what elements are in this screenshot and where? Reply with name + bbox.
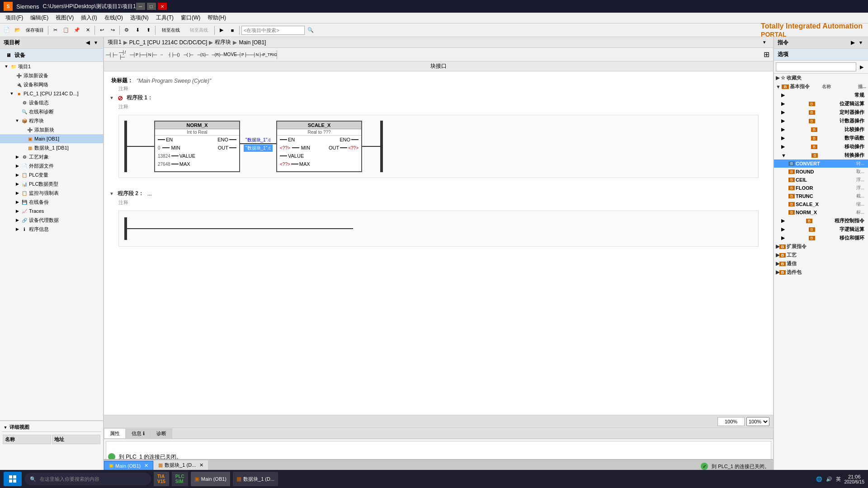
instr-item-round[interactable]: B ROUND 取...	[774, 168, 868, 176]
detail-collapse-arrow[interactable]: ▼	[3, 425, 8, 430]
paste-button[interactable]: 📌	[72, 25, 82, 35]
start-button[interactable]: ▶	[217, 25, 226, 35]
taskbar-db1[interactable]: ▦ 数据块_1 (D...	[233, 472, 278, 486]
lad-move-button[interactable]: MOVE	[225, 50, 235, 60]
instr-item-shift-rotate[interactable]: ▶ B 移位和循环	[774, 234, 868, 242]
redo-button[interactable]: ↪	[108, 25, 118, 35]
project-search-input[interactable]	[241, 26, 305, 35]
tree-item-traces[interactable]: ▶ 📈 Traces	[0, 206, 103, 216]
lad-set-coil-button[interactable]: ─(S)─	[196, 50, 210, 60]
menu-help[interactable]: 帮助(H)	[204, 13, 230, 23]
tree-item-add-block[interactable]: ▶ ➕ 添加新块	[0, 125, 103, 134]
instr-item-prog-ctrl[interactable]: ▶ B 程序控制指令	[774, 216, 868, 225]
category-extended-header[interactable]: ▶ B 扩展指令	[774, 242, 868, 251]
undo-button[interactable]: ↩	[97, 25, 107, 35]
menu-insert[interactable]: 插入(I)	[77, 13, 100, 23]
start-button[interactable]	[4, 472, 22, 486]
maximize-button[interactable]: □	[147, 3, 156, 10]
category-comm-header[interactable]: ▶ B 通信	[774, 259, 868, 268]
instr-item-compare[interactable]: ▶ B 比较操作	[774, 125, 868, 134]
tree-item-monitor[interactable]: ▶ 📋 监控与强制表	[0, 188, 103, 197]
instr-item-timer[interactable]: ▶ B 定时器操作	[774, 108, 868, 117]
tree-item-add-device[interactable]: ▶ ➕ 添加新设备	[0, 71, 103, 80]
tree-item-db1[interactable]: ▶ ▦ 数据块_1 [DB1]	[0, 143, 103, 152]
expand-arrow[interactable]: ▼	[4, 64, 9, 69]
instr-item-convert[interactable]: ▼ B 转换操作	[774, 151, 868, 160]
category-comm[interactable]: ▶ B 通信	[774, 259, 868, 268]
editor-options-button[interactable]: ▾	[760, 38, 769, 47]
lad-contact-no-button[interactable]: ─┤├─	[106, 50, 118, 60]
tree-item-tech-objects[interactable]: ▶ ⚙ 工艺对象	[0, 152, 103, 161]
category-favorites-header[interactable]: ▶ ☆ 收藏夹	[774, 74, 868, 82]
go-online-button[interactable]: 转至在线	[157, 25, 184, 35]
instr-item-trunc[interactable]: B TRUNC 截...	[774, 192, 868, 200]
taskbar-main-ob1[interactable]: ▣ Main (OB1)	[191, 472, 230, 486]
tree-item-online-diag[interactable]: ▶ 🔍 在线和诊断	[0, 107, 103, 116]
category-basic-header[interactable]: ▼ B 基本指令 名称 描...	[774, 82, 868, 91]
instr-item-counter[interactable]: ▶ B 计数器操作	[774, 117, 868, 125]
tree-item-main-ob1[interactable]: ▶ ▣ Main [OB1]	[0, 134, 103, 143]
tree-item-devices-networks[interactable]: ▶ 🔌 设备和网络	[0, 80, 103, 89]
minimize-button[interactable]: ─	[136, 3, 145, 10]
expand-arrow-plc[interactable]: ▼	[9, 91, 14, 96]
lad-output-coil-button[interactable]: ─( )─	[182, 50, 195, 60]
lad-coil-button[interactable]: ┤├─()	[167, 50, 181, 60]
tree-item-plc-datatypes[interactable]: ▶ 📊 PLC数据类型	[0, 179, 103, 188]
right-panel-collapse[interactable]: ▶	[849, 39, 856, 46]
tree-item-external-sources[interactable]: ▶ 📄 外部源文件	[0, 161, 103, 170]
instr-item-bit-logic[interactable]: ▶ B 位逻辑运算	[774, 99, 868, 108]
stop-button[interactable]: ■	[227, 25, 237, 35]
instr-item-scale-x[interactable]: B SCALE_X 缩...	[774, 200, 868, 208]
search-button[interactable]: 🔍	[306, 25, 316, 35]
menu-options[interactable]: 选项(N)	[127, 13, 152, 23]
copy-button[interactable]: 📋	[61, 25, 71, 35]
delete-button[interactable]: ✕	[83, 25, 93, 35]
instr-item-general[interactable]: ▶ 常规	[774, 91, 868, 99]
save-button[interactable]: 保存项目	[24, 25, 46, 35]
editor-tab-main-ob1[interactable]: ▣ Main (OB1) ✕	[104, 461, 153, 470]
category-technology-header[interactable]: ▶ B 工艺	[774, 251, 868, 259]
scale-x-block[interactable]: SCALE_X Real to ??? EN	[276, 121, 362, 172]
right-panel-options[interactable]: ▾	[857, 39, 864, 46]
lad-ptrig-button[interactable]: P_TRIG	[265, 50, 275, 60]
category-optional-header[interactable]: ▶ B 选件包	[774, 268, 868, 277]
instr-item-floor[interactable]: B FLOOR 浮...	[774, 184, 868, 192]
tree-options-button[interactable]: ▾	[92, 39, 99, 47]
category-extended[interactable]: ▶ B 扩展指令	[774, 242, 868, 251]
lad-contact-neg-button[interactable]: ─┤N├─	[144, 50, 156, 60]
lad-contact-nc-button[interactable]: ─┤/├─	[118, 50, 130, 60]
instr-item-ceil[interactable]: B CEIL 浮...	[774, 176, 868, 184]
tree-item-backup[interactable]: ▶ 💾 在线备份	[0, 197, 103, 206]
menu-edit[interactable]: 编辑(E)	[27, 13, 52, 23]
instr-item-math[interactable]: ▶ B 数学函数	[774, 134, 868, 142]
close-button[interactable]: ✕	[158, 3, 167, 10]
tree-item-plc-vars[interactable]: ▶ 📋 PLC变量	[0, 170, 103, 179]
menu-view[interactable]: 视图(V)	[52, 13, 77, 23]
category-favorites[interactable]: ▶ ☆ 收藏夹	[774, 74, 868, 82]
instr-item-move[interactable]: ▶ B 移动操作	[774, 142, 868, 151]
zoom-select[interactable]: 100% 75% 150%	[746, 417, 769, 426]
instr-item-norm-x[interactable]: B NORM_X 标...	[774, 208, 868, 216]
lad-coil-arrow[interactable]: →	[156, 50, 166, 60]
instruction-search-input[interactable]	[776, 62, 856, 71]
segment-2-collapse[interactable]: ▼	[109, 191, 114, 196]
lad-contact-pos-button[interactable]: ─┤P├─	[131, 50, 143, 60]
compile-button[interactable]: ⚙	[122, 25, 132, 35]
segment-1-collapse[interactable]: ▼	[109, 95, 114, 100]
tree-collapse-button[interactable]: ◀	[84, 39, 91, 47]
open-button[interactable]: 📂	[13, 25, 23, 35]
editor-tab-ob1-close[interactable]: ✕	[144, 463, 148, 469]
upload-button[interactable]: ⬆	[143, 25, 153, 35]
taskbar-plcsim[interactable]: PLCSIM	[172, 472, 188, 486]
editor-tab-db1-close[interactable]: ✕	[199, 462, 203, 468]
menu-window[interactable]: 窗口(W)	[177, 13, 204, 23]
block-interface-bar[interactable]: 块接口	[104, 61, 773, 71]
lad-pos-edge-button[interactable]: ─┤P├─	[236, 50, 250, 60]
lad-reset-coil-button[interactable]: ─(R)─	[211, 50, 224, 60]
editor-tab-db1[interactable]: ▦ 数据块_1 (D... ✕	[153, 460, 208, 470]
download-button[interactable]: ⬇	[132, 25, 142, 35]
tree-item-program-info[interactable]: ▶ ℹ 程序信息	[0, 225, 103, 234]
menu-tools[interactable]: 工具(T)	[152, 13, 177, 23]
tree-item-program-blocks[interactable]: ▼ 📦 程序块	[0, 116, 103, 125]
menu-online[interactable]: 在线(O)	[101, 13, 127, 23]
